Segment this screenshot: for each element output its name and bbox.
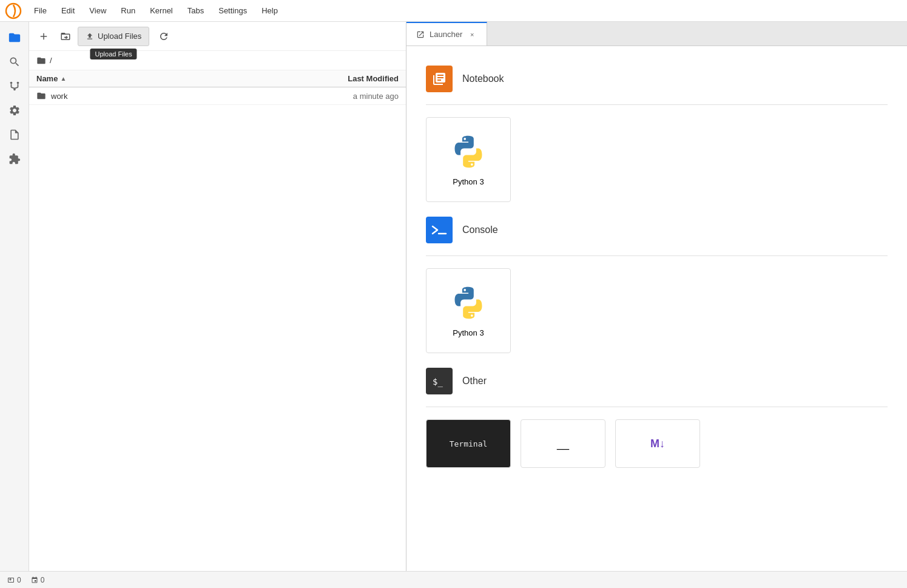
python3-console-label: Python 3 [453, 328, 484, 337]
terminal-icon [431, 224, 447, 236]
menu-item-help[interactable]: Help [255, 4, 284, 18]
activity-extensions[interactable] [4, 148, 25, 170]
menu-bar: File Edit View Run Kernel Tabs Settings … [0, 0, 907, 22]
notebook-cards: Python 3 [426, 117, 888, 202]
app-logo [5, 2, 22, 19]
svg-text:$_: $_ [433, 377, 443, 387]
menu-item-settings[interactable]: Settings [212, 4, 253, 18]
terminal-count: 0 [17, 576, 21, 584]
other-section-label: Other [462, 376, 487, 387]
activity-settings[interactable] [4, 100, 25, 121]
python-console-logo-icon [450, 285, 487, 321]
python3-notebook-card[interactable]: Python 3 [426, 117, 511, 202]
file-panel: Upload Files Upload Files / Name ▲ Last … [29, 22, 406, 588]
activity-pages[interactable] [4, 124, 25, 146]
menu-item-kernel[interactable]: Kernel [144, 4, 179, 18]
menu-item-view[interactable]: View [83, 4, 112, 18]
menu-item-tabs[interactable]: Tabs [181, 4, 210, 18]
markdown-card[interactable]: M↓ [615, 419, 700, 468]
console-icon [426, 217, 453, 243]
python-logo-icon [450, 133, 487, 170]
sort-arrow: ▲ [60, 75, 66, 82]
notebook-section-label: Notebook [462, 73, 504, 84]
notebook-icon [426, 66, 453, 92]
col-modified-header[interactable]: Last Modified [302, 74, 399, 83]
tab-launcher[interactable]: Launcher × [406, 22, 487, 46]
file-row-name: work [36, 91, 302, 101]
file-name: work [51, 92, 67, 101]
svg-point-2 [16, 82, 19, 84]
file-modified: a minute ago [302, 92, 399, 101]
text-file-card[interactable]: __ [521, 419, 605, 468]
activity-bar [0, 22, 29, 588]
kernel-count: 0 [41, 576, 45, 584]
terminal-card[interactable]: Terminal [426, 419, 511, 468]
svg-line-7 [15, 87, 18, 89]
dollar-terminal-icon: $_ [431, 375, 447, 387]
terminal-label: Terminal [450, 439, 488, 448]
svg-point-3 [13, 89, 16, 91]
right-panel: Launcher × Notebook [406, 22, 907, 588]
upload-label: Upload Files [98, 32, 141, 41]
refresh-button[interactable] [154, 27, 174, 46]
tab-launcher-label: Launcher [430, 30, 462, 39]
menu-item-run[interactable]: Run [115, 4, 141, 18]
console-divider [426, 255, 888, 256]
upload-button[interactable]: Upload Files [78, 27, 149, 46]
svg-point-1 [10, 82, 12, 84]
main-layout: Upload Files Upload Files / Name ▲ Last … [0, 22, 907, 588]
terminal-status: 0 [7, 576, 21, 584]
breadcrumb: / [29, 51, 406, 70]
notebook-divider [426, 104, 888, 105]
notebook-section-header: Notebook [426, 66, 888, 92]
python3-notebook-label: Python 3 [453, 177, 484, 186]
file-table-header: Name ▲ Last Modified [29, 70, 406, 87]
other-cards: Terminal __ M↓ [426, 419, 888, 468]
breadcrumb-path: / [50, 56, 52, 65]
menu-item-file[interactable]: File [28, 4, 53, 18]
tab-close-button[interactable]: × [467, 30, 477, 39]
text-file-icon: __ [557, 438, 569, 450]
tab-empty-area [487, 22, 907, 46]
activity-files[interactable] [4, 27, 25, 49]
kernel-status: 0 [31, 576, 45, 584]
status-bar: 0 0 [0, 571, 907, 588]
python3-console-card[interactable]: Python 3 [426, 268, 511, 353]
activity-git[interactable] [4, 75, 25, 97]
new-folder-button[interactable] [56, 27, 75, 46]
new-file-button[interactable] [34, 27, 53, 46]
markdown-icon: M↓ [650, 438, 665, 450]
menu-item-edit[interactable]: Edit [55, 4, 81, 18]
file-toolbar: Upload Files Upload Files [29, 22, 406, 51]
svg-line-5 [11, 87, 15, 89]
console-section-header: Console [426, 217, 888, 243]
console-section-label: Console [462, 225, 498, 235]
other-divider [426, 407, 888, 407]
activity-search[interactable] [4, 51, 25, 73]
col-name-header[interactable]: Name ▲ [36, 74, 302, 83]
other-icon: $_ [426, 368, 453, 394]
console-cards: Python 3 [426, 268, 888, 353]
other-section-header: $_ Other [426, 368, 888, 394]
launcher-content: Notebook Python 3 [406, 46, 907, 588]
table-row[interactable]: work a minute ago [29, 87, 406, 105]
tab-bar: Launcher × [406, 22, 907, 46]
upload-tooltip: Upload Files [90, 49, 137, 59]
